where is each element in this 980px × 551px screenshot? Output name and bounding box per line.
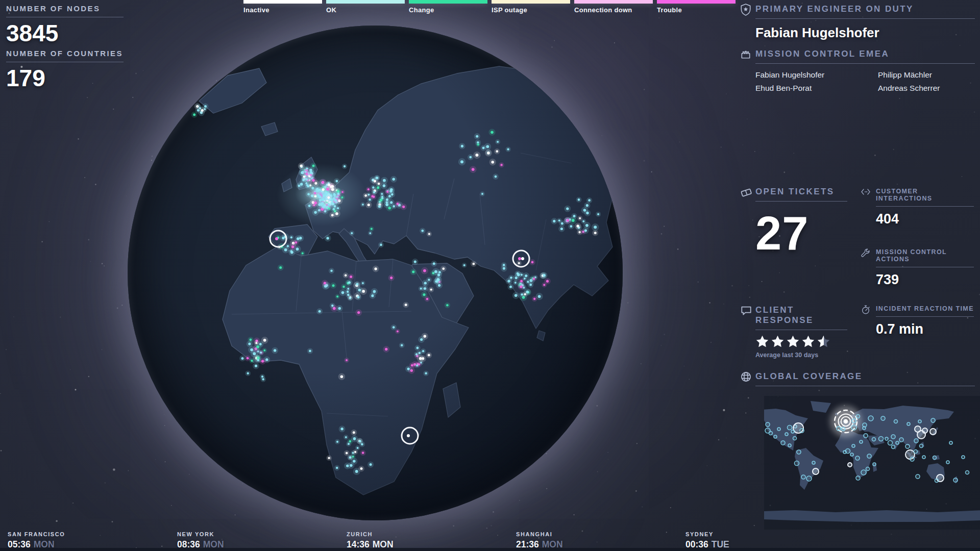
timezone-new-york: NEW YORK08:36MON bbox=[177, 531, 224, 550]
countries-stat: NUMBER OF COUNTRIES 179 bbox=[6, 49, 129, 92]
badge-star-icon bbox=[740, 4, 751, 18]
coverage-world-map bbox=[764, 396, 980, 530]
legend-item-trouble[interactable]: Trouble bbox=[657, 0, 736, 14]
legend-item-connection-down[interactable]: Connection down bbox=[574, 0, 653, 14]
nodes-label: NUMBER OF NODES bbox=[6, 4, 129, 13]
mission-control-label: MISSION CONTROL EMEA bbox=[755, 49, 975, 59]
status-legend: InactiveOKChangeISP outageConnection dow… bbox=[243, 0, 736, 14]
tz-city: SAN FRANCISCO bbox=[8, 531, 65, 537]
customer-interactions-label: CUSTOMER INTERACTIONS bbox=[876, 188, 974, 202]
team-castle-icon bbox=[740, 48, 751, 62]
legend-label: ISP outage bbox=[492, 6, 570, 14]
legend-color-bar bbox=[409, 0, 487, 4]
tz-city: SHANGHAI bbox=[516, 531, 563, 537]
star-rating bbox=[755, 335, 847, 348]
divider bbox=[755, 330, 847, 330]
divider bbox=[876, 267, 974, 267]
open-tickets-section: OPEN TICKETS 27 bbox=[740, 187, 847, 260]
legend-label: Trouble bbox=[657, 6, 736, 14]
open-tickets-label: OPEN TICKETS bbox=[755, 187, 847, 197]
nodes-value: 3845 bbox=[6, 19, 129, 47]
tz-city: SYDNEY bbox=[685, 531, 729, 537]
mission-control-actions-section: MISSION CONTROL ACTIONS 739 bbox=[861, 248, 974, 288]
primary-engineer-section: PRIMARY ENGINEER ON DUTY Fabian Hugelsho… bbox=[740, 4, 975, 41]
open-tickets-value: 27 bbox=[755, 207, 847, 260]
team-member: Ehud Ben-Porat bbox=[755, 84, 878, 97]
legend-label: Inactive bbox=[243, 6, 322, 14]
globe-visualization bbox=[128, 26, 623, 520]
global-coverage-label: GLOBAL COVERAGE bbox=[755, 371, 975, 382]
incident-reaction-label: INCIDENT REACTION TIME bbox=[876, 305, 974, 312]
mission-control-actions-value: 739 bbox=[876, 272, 974, 288]
legend-item-ok[interactable]: OK bbox=[326, 0, 405, 14]
legend-color-bar bbox=[492, 0, 570, 4]
client-response-label: CLIENT RESPONSE bbox=[755, 305, 847, 325]
client-response-section: CLIENT RESPONSE Average last 30 days bbox=[740, 305, 847, 359]
legend-item-isp-outage[interactable]: ISP outage bbox=[492, 0, 570, 14]
team-member: Andreas Scherrer bbox=[878, 84, 975, 97]
mission-control-section: MISSION CONTROL EMEA Fabian HugelshoferE… bbox=[740, 49, 975, 97]
legend-label: OK bbox=[326, 6, 405, 14]
legend-label: Change bbox=[409, 6, 487, 14]
global-coverage-section: GLOBAL COVERAGE bbox=[740, 371, 975, 386]
star-filled-icon bbox=[786, 335, 800, 348]
divider bbox=[755, 201, 847, 202]
ticket-icon bbox=[740, 186, 752, 201]
tz-city: NEW YORK bbox=[177, 531, 224, 537]
countries-value: 179 bbox=[6, 64, 129, 92]
nodes-stat: NUMBER OF NODES 3845 bbox=[6, 4, 129, 47]
divider bbox=[755, 386, 975, 386]
timezone-shanghai: SHANGHAI21:36MON bbox=[516, 531, 563, 550]
divider bbox=[755, 63, 975, 64]
timezone-san-francisco: SAN FRANCISCO05:36MON bbox=[8, 531, 65, 550]
stopwatch-icon bbox=[861, 305, 871, 317]
tz-city: ZURICH bbox=[347, 531, 394, 537]
rating-caption: Average last 30 days bbox=[755, 352, 847, 359]
team-member-list: Fabian HugelshoferEhud Ben-PoratPhilipp … bbox=[755, 70, 975, 97]
mission-control-actions-label: MISSION CONTROL ACTIONS bbox=[876, 248, 974, 263]
legend-color-bar bbox=[657, 0, 736, 4]
countries-label: NUMBER OF COUNTRIES bbox=[6, 49, 129, 58]
team-member: Philipp Mächler bbox=[878, 70, 975, 84]
incident-reaction-section: INCIDENT REACTION TIME 0.7 min bbox=[861, 305, 974, 337]
legend-color-bar bbox=[574, 0, 653, 4]
divider bbox=[876, 316, 974, 317]
star-filled-icon bbox=[801, 335, 815, 348]
primary-engineer-name: Fabian Hugelshofer bbox=[755, 25, 975, 41]
star-filled-icon bbox=[755, 335, 769, 348]
wrench-icon bbox=[861, 248, 871, 260]
divider bbox=[6, 17, 124, 17]
globe-icon bbox=[740, 371, 752, 385]
divider bbox=[876, 206, 974, 207]
legend-item-change[interactable]: Change bbox=[409, 0, 487, 14]
star-filled-icon bbox=[771, 335, 785, 348]
interactions-icon bbox=[861, 187, 871, 198]
divider bbox=[6, 62, 124, 62]
timezone-zurich: ZURICH14:36MON bbox=[347, 531, 394, 550]
customer-interactions-section: CUSTOMER INTERACTIONS 404 bbox=[861, 188, 974, 227]
legend-color-bar bbox=[243, 0, 322, 4]
timezone-sydney: SYDNEY00:36TUE bbox=[685, 531, 729, 550]
incident-reaction-value: 0.7 min bbox=[876, 321, 974, 337]
legend-color-bar bbox=[326, 0, 405, 4]
legend-item-inactive[interactable]: Inactive bbox=[243, 0, 322, 14]
star-filled-icon bbox=[817, 335, 830, 348]
team-member: Fabian Hugelshofer bbox=[755, 70, 878, 84]
legend-label: Connection down bbox=[574, 6, 653, 14]
bottom-edge-strip bbox=[0, 548, 980, 551]
customer-interactions-value: 404 bbox=[876, 211, 974, 227]
primary-engineer-label: PRIMARY ENGINEER ON DUTY bbox=[755, 4, 975, 14]
speech-bubble-icon bbox=[740, 305, 752, 318]
divider bbox=[755, 18, 975, 19]
